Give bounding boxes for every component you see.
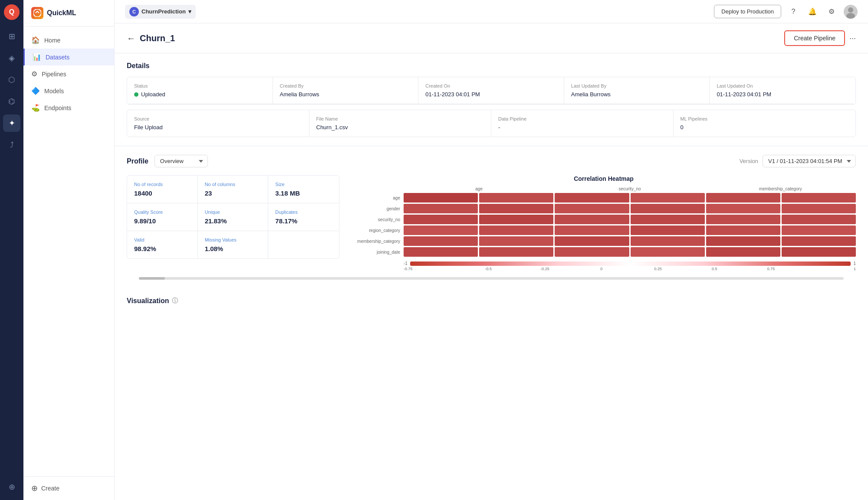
profile-title: Profile	[127, 157, 148, 165]
sidebar: QuickML 🏠 Home 📊 Datasets ⚙ Pipelines 🔷 …	[23, 0, 115, 500]
endpoints-nav-icon: ⛳	[31, 104, 40, 112]
detail-status: Status Uploaded	[127, 77, 273, 104]
stat-size-label: Size	[275, 182, 332, 187]
heatmap-cells	[404, 204, 856, 213]
created-on-label: Created On	[425, 83, 557, 88]
stat-columns-value: 23	[205, 190, 261, 197]
heatmap-row-label: region_category	[352, 228, 404, 233]
deploy-to-production-button[interactable]: Deploy to Production	[714, 5, 781, 18]
heatmap-cell	[706, 236, 780, 246]
stat-duplicates-value: 78.17%	[275, 217, 332, 225]
heatmap-cell	[404, 225, 478, 235]
tick-1: 1	[799, 267, 856, 271]
scroll-thumb[interactable]	[139, 277, 165, 280]
tick-n05: -0.5	[460, 267, 516, 271]
active-sidebar-icon[interactable]: ✦	[3, 114, 20, 132]
create-link[interactable]: ⊕ Create	[31, 484, 106, 493]
details-section-title: Details	[127, 62, 856, 70]
heatmap-row-label: gender	[352, 206, 404, 211]
main-content: C ChurnPrediction ▾ Deploy to Production…	[115, 0, 868, 500]
col-label-security: security_no	[554, 186, 705, 191]
scroll-track[interactable]	[139, 277, 844, 280]
legend-bar	[410, 261, 851, 266]
data-pipeline-value: -	[498, 124, 666, 131]
svg-point-4	[848, 7, 853, 13]
overview-dropdown[interactable]: Overview Column Stats Quality	[155, 155, 208, 167]
settings-icon[interactable]: ⚙	[825, 5, 838, 19]
stat-valid-value: 98.92%	[134, 245, 191, 252]
analytics-sidebar-icon[interactable]: ⌬	[3, 93, 20, 110]
stat-quality-label: Quality Score	[134, 209, 191, 215]
heatmap-cell	[631, 225, 705, 235]
version-label: Version	[740, 158, 758, 164]
more-options-button[interactable]: ···	[849, 34, 856, 43]
deploy-sidebar-icon[interactable]: ⤴	[3, 136, 20, 154]
status-dot	[134, 92, 138, 97]
visualization-section: Visualization ⓘ	[115, 288, 868, 314]
stat-quality-value: 9.89/10	[134, 217, 191, 225]
heatmap-panel: Correlation Heatmap age security_no memb…	[339, 175, 856, 271]
heatmap-cell	[706, 204, 780, 213]
project-badge[interactable]: C ChurnPrediction ▾	[125, 5, 196, 19]
page-title: Churn_1	[140, 33, 175, 43]
stat-valid-label: Valid	[134, 237, 191, 242]
heatmap-row-label: security_no	[352, 217, 404, 222]
sidebar-item-pipelines[interactable]: ⚙ Pipelines	[23, 65, 114, 82]
sidebar-bottom: ⊕ Create	[23, 476, 114, 500]
stat-records-label: No of records	[134, 182, 191, 187]
heatmap-cell	[782, 215, 856, 224]
stat-missing: Missing Values 1.08%	[198, 231, 269, 258]
help-icon[interactable]: ?	[786, 5, 800, 19]
version-dropdown[interactable]: V1 / 01-11-2023 04:01:54 PM	[763, 155, 856, 167]
tick-025: 0.25	[630, 267, 686, 271]
stat-unique-value: 21.83%	[205, 217, 261, 225]
ml-pipelines-label: ML Pipelines	[681, 116, 849, 121]
heatmap-cell	[631, 247, 705, 257]
create-pipeline-button[interactable]: Create Pipeline	[784, 30, 845, 46]
apps-sidebar-icon[interactable]: ⊕	[3, 478, 20, 496]
heatmap-cell	[706, 225, 780, 235]
heatmap-cell	[479, 225, 553, 235]
sidebar-item-home[interactable]: 🏠 Home	[23, 32, 114, 49]
stats-grid: No of records 18400 No of columns 23 Siz…	[127, 175, 339, 259]
viz-title-text: Visualization	[127, 297, 169, 305]
avatar[interactable]	[844, 5, 858, 19]
dashboard-icon[interactable]: ⊞	[3, 28, 20, 45]
notifications-icon[interactable]: 🔔	[806, 5, 819, 19]
app-logo: Q	[4, 4, 20, 20]
sidebar-item-datasets[interactable]: 📊 Datasets	[23, 49, 114, 65]
stat-valid: Valid 98.92%	[127, 231, 198, 258]
stat-missing-label: Missing Values	[205, 237, 261, 242]
create-plus-icon: ⊕	[31, 484, 38, 493]
heatmap-row-label: joining_date	[352, 250, 404, 255]
heatmap-cell	[706, 247, 780, 257]
sidebar-item-endpoints[interactable]: ⛳ Endpoints	[23, 99, 114, 116]
topbar: C ChurnPrediction ▾ Deploy to Production…	[115, 0, 868, 23]
models-sidebar-icon[interactable]: ⬡	[3, 71, 20, 88]
sidebar-item-models[interactable]: 🔷 Models	[23, 82, 114, 99]
sidebar-item-endpoints-label: Endpoints	[44, 105, 71, 111]
back-arrow-button[interactable]: ←	[127, 33, 135, 43]
heatmap-row: age	[352, 193, 856, 203]
detail-file-name: File Name Churn_1.csv	[309, 110, 492, 137]
page-actions: Create Pipeline ···	[784, 30, 856, 46]
heatmap-row: region_category	[352, 225, 856, 235]
heatmap-row-label: membership_category	[352, 239, 404, 244]
datasets-sidebar-icon[interactable]: ◈	[3, 49, 20, 67]
detail-created-on: Created On 01-11-2023 04:01 PM	[418, 77, 564, 104]
created-on-value: 01-11-2023 04:01 PM	[425, 91, 557, 98]
profile-section: Profile Overview Column Stats Quality Ve…	[115, 146, 868, 288]
heatmap-container: age security_no membership_category ageg…	[352, 186, 856, 271]
tick-075: 0.75	[743, 267, 799, 271]
profile-left: Profile Overview Column Stats Quality	[127, 155, 208, 167]
heatmap-title: Correlation Heatmap	[352, 175, 856, 182]
stat-columns-label: No of columns	[205, 182, 261, 187]
content-area: ← Churn_1 Create Pipeline ··· Details St…	[115, 23, 868, 500]
heatmap-cells	[404, 225, 856, 235]
details-grid-row1: Status Uploaded Created By Amelia Burrow…	[127, 77, 856, 105]
heatmap-row: gender	[352, 204, 856, 213]
models-nav-icon: 🔷	[31, 87, 40, 95]
heatmap-cell	[631, 215, 705, 224]
viz-title: Visualization ⓘ	[127, 297, 856, 305]
stat-unique-label: Unique	[205, 209, 261, 215]
